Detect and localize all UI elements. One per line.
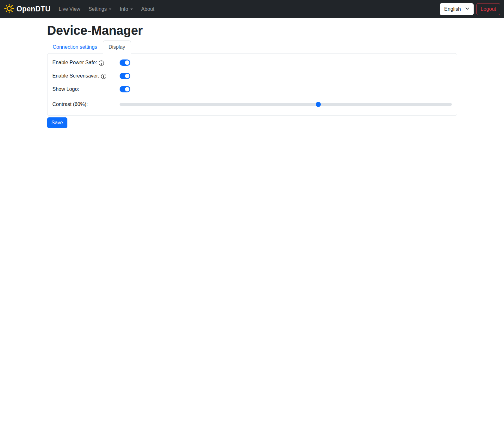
sun-logo-icon	[4, 3, 15, 15]
tab-display[interactable]: Display	[103, 41, 131, 53]
nav-item-about[interactable]: About	[138, 4, 158, 15]
contrast-label: Contrast (60%):	[53, 102, 88, 107]
info-circle-icon[interactable]	[101, 74, 106, 79]
form-label: Show Logo:	[53, 86, 120, 92]
screensaver-label: Enable Screensaver:	[53, 73, 100, 79]
main-container: Device-Manager Connection settings Displ…	[43, 23, 461, 128]
brand-title: OpenDTU	[16, 5, 50, 13]
tab-connection-settings[interactable]: Connection settings	[47, 41, 103, 53]
tab-label[interactable]: Display	[103, 41, 131, 53]
display-settings-card: Enable Power Safe: Enable Screensaver:	[47, 53, 457, 116]
power-safe-label: Enable Power Safe:	[53, 60, 97, 65]
info-circle-icon[interactable]	[99, 60, 104, 66]
form-row-contrast: Contrast (60%):	[53, 98, 452, 110]
show-logo-label: Show Logo:	[53, 86, 79, 92]
form-label: Contrast (60%):	[53, 102, 120, 107]
save-button[interactable]: Save	[47, 117, 67, 128]
chevron-down-icon	[465, 6, 470, 12]
nav-item-label: Info	[120, 6, 128, 12]
nav-item-settings[interactable]: Settings	[85, 4, 115, 15]
nav-item-label: Live View	[59, 6, 80, 12]
page-title: Device-Manager	[47, 23, 457, 38]
power-safe-toggle[interactable]	[120, 59, 130, 66]
tab-label[interactable]: Connection settings	[47, 41, 103, 53]
form-row-show-logo: Show Logo:	[53, 85, 452, 93]
tab-bar: Connection settings Display	[47, 41, 457, 53]
form-row-screensaver: Enable Screensaver:	[53, 72, 452, 80]
navbar-menu: Live View Settings Info About	[55, 4, 440, 15]
contrast-slider[interactable]	[120, 101, 452, 108]
nav-item-label: Settings	[89, 6, 107, 12]
caret-down-icon	[109, 9, 111, 11]
form-label: Enable Screensaver:	[53, 73, 120, 79]
nav-item-label: About	[141, 6, 154, 12]
brand[interactable]: OpenDTU	[4, 3, 50, 15]
caret-down-icon	[130, 9, 133, 11]
screensaver-toggle[interactable]	[120, 73, 130, 79]
display-settings-form: Enable Power Safe: Enable Screensaver:	[47, 53, 457, 115]
language-select[interactable]: English	[440, 3, 474, 15]
form-label: Enable Power Safe:	[53, 60, 120, 65]
navbar-right: English Logout	[440, 3, 500, 15]
nav-item-live-view[interactable]: Live View	[55, 4, 83, 15]
top-navbar: OpenDTU Live View Settings Info About En…	[0, 0, 504, 18]
language-select-value: English	[444, 6, 461, 12]
show-logo-toggle[interactable]	[120, 86, 130, 92]
logout-button[interactable]: Logout	[476, 3, 500, 15]
nav-item-info[interactable]: Info	[116, 4, 136, 15]
form-row-power-safe: Enable Power Safe:	[53, 59, 452, 67]
